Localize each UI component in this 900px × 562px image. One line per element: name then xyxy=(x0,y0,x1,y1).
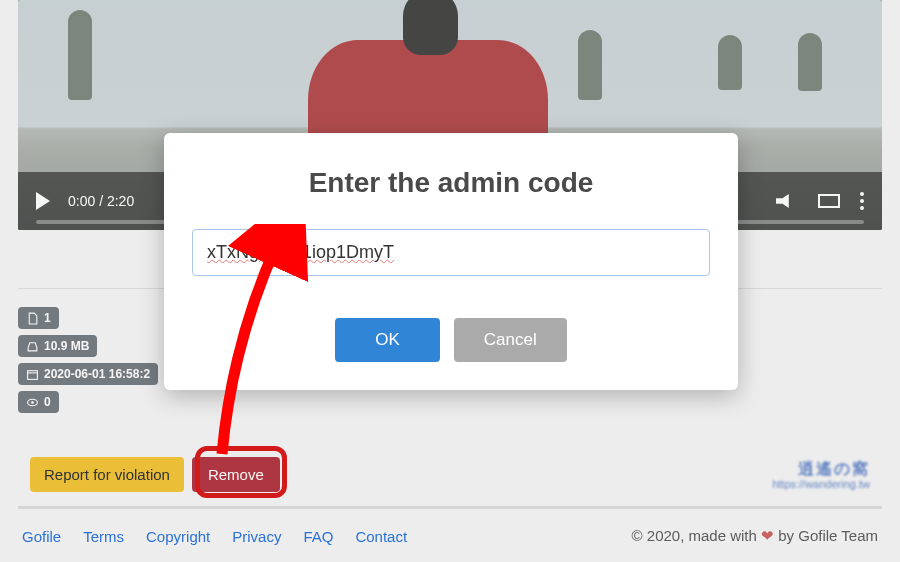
modal-title: Enter the admin code xyxy=(192,167,710,199)
ok-button[interactable]: OK xyxy=(335,318,440,362)
admin-code-modal: Enter the admin code OK Cancel xyxy=(164,133,738,390)
admin-code-input[interactable] xyxy=(192,229,710,276)
cancel-button[interactable]: Cancel xyxy=(454,318,567,362)
